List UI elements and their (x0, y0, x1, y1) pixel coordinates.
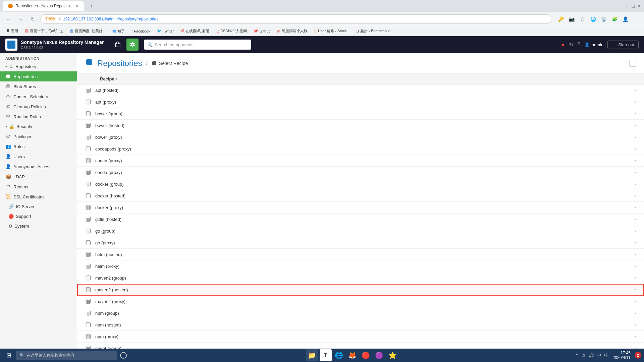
browser-tab[interactable]: Repositories - Nexus Reposito... ✕ (3, 1, 84, 11)
bookmark-bootstrap[interactable]: B 起步 - Bootstrap v... (354, 28, 395, 34)
bookmark-youdao[interactable]: 译 在线翻译_有道 (178, 28, 212, 34)
table-row[interactable]: gitlfs (hosted) › (77, 214, 644, 225)
admin-icon[interactable] (126, 39, 139, 51)
table-row[interactable]: maven2 (hosted) › (77, 284, 644, 296)
table-row[interactable]: apt (proxy) › (77, 96, 644, 108)
chrome-icon[interactable]: 🌐 (589, 15, 597, 23)
refresh-icon[interactable]: ↻ (569, 42, 573, 48)
sidebar-item-content-selectors[interactable]: ⊙ Content Selectors (0, 92, 77, 102)
table-row[interactable]: npm (group) › (77, 307, 644, 319)
sidebar-item-privileges[interactable]: 🛡 Privileges (0, 131, 77, 141)
bookmark-facebook[interactable]: f Facebook (129, 28, 153, 34)
search-box[interactable]: 🔍 Search components (144, 40, 251, 50)
taskbar-app-t[interactable]: T (320, 349, 332, 361)
minimize-button[interactable]: ─ (626, 3, 629, 9)
extension-icon[interactable]: 🧩 (610, 15, 619, 23)
taskbar-input-icon[interactable]: 中 (604, 352, 609, 358)
sidebar-item-users[interactable]: 👤 Users (0, 152, 77, 162)
table-row[interactable]: bower (proxy) › (77, 131, 644, 143)
profile-icon[interactable]: 👤 (621, 15, 629, 23)
bookmark-aliyun[interactable]: M 阿里邮箱个人版 (274, 28, 310, 34)
help-icon[interactable]: ? (577, 42, 580, 48)
sidebar-item-routing-rules[interactable]: Routing Rules (0, 112, 77, 122)
support-item[interactable]: › 🔴 Support (0, 212, 77, 221)
taskbar-app-chrome[interactable]: 🌐 (333, 349, 345, 361)
cortana-button[interactable] (118, 350, 129, 361)
taskbar-chevron-icon[interactable]: ^ (576, 353, 578, 358)
taskbar-app-star[interactable]: ⭐ (387, 349, 399, 361)
taskbar-app-purple[interactable]: 🟣 (373, 349, 385, 361)
table-row[interactable]: go (proxy) › (77, 237, 644, 249)
row-label: go (proxy) (95, 240, 635, 245)
taskbar-network-icon[interactable]: 🖥 (581, 353, 586, 358)
privileges-label: Privileges (13, 134, 32, 139)
table-row[interactable]: npm (proxy) › (77, 331, 644, 343)
taskbar-app-file-explorer[interactable]: 📁 (306, 349, 318, 361)
bookmark-stack[interactable]: S User 路修 - Stack... (312, 28, 353, 34)
sidebar-item-repositories[interactable]: Repositories (0, 71, 77, 81)
users-icon: 👤 (5, 154, 11, 159)
table-row[interactable]: docker (proxy) › (77, 202, 644, 214)
tab-close-button[interactable]: ✕ (76, 4, 78, 8)
cast-icon[interactable]: 📡 (600, 15, 608, 23)
column-recipe[interactable]: Recipe ↑ (100, 76, 623, 81)
address-bar[interactable]: 不安全 ⚠ 192.168.137.102:8081/#admin/reposi… (40, 14, 551, 24)
table-row[interactable]: docker (group) › (77, 178, 644, 190)
key-icon[interactable]: 🔑 (557, 15, 565, 23)
table-row[interactable]: bower (group) › (77, 108, 644, 120)
row-db-icon (85, 287, 91, 293)
forward-button[interactable]: → (16, 14, 25, 24)
taskbar-search[interactable]: 🔍 在这里输入你要搜索的内容 (16, 351, 117, 360)
sidebar-item-blob-stores[interactable]: Blob Stores (0, 81, 77, 92)
table-row[interactable]: maven2 (group) › (77, 272, 644, 284)
back-button[interactable]: ← (4, 14, 13, 24)
table-row[interactable]: maven2 (proxy) › (77, 296, 644, 307)
bookmark-apps[interactable]: ⠿ 应用 (4, 28, 21, 34)
signout-button[interactable]: → Sign out (607, 41, 639, 49)
table-row[interactable]: helm (proxy) › (77, 260, 644, 272)
sidebar-item-roles[interactable]: 👥 Roles (0, 141, 77, 152)
alert-icon[interactable]: ● (561, 41, 565, 48)
repository-group-toggle[interactable]: ▾ 🗂 Repository (0, 62, 77, 71)
sidebar-item-ldap[interactable]: 📦 LDAP (0, 172, 77, 182)
table-row[interactable]: bower (hosted) › (77, 120, 644, 131)
bookmark-csdn[interactable]: C CSDN-个人空间 (214, 28, 250, 34)
notification-badge[interactable]: 2 (635, 352, 641, 359)
system-item[interactable]: › ⚙ System (0, 221, 77, 231)
sidebar-item-cleanup-policies[interactable]: 🏷 Cleanup Policies (0, 102, 77, 112)
star-icon[interactable]: ☆ (578, 15, 586, 23)
refresh-button[interactable]: ↻ (28, 14, 38, 24)
tab-title: Repositories - Nexus Reposito... (15, 4, 73, 8)
taskbar-volume-icon[interactable]: 🔊 (588, 353, 594, 358)
bookmark-zhihu[interactable]: 知 知乎 (110, 28, 127, 34)
sidebar-item-realms[interactable]: 🛡 Realms (0, 182, 77, 192)
table-row[interactable]: apt (hosted) › (77, 84, 644, 96)
ldap-label: LDAP (13, 174, 25, 179)
new-tab-button[interactable]: + (87, 1, 96, 11)
table-row[interactable]: docker (hosted) › (77, 190, 644, 202)
bookmark-baidu[interactable]: 百 百度一下，你就知道 (22, 28, 66, 34)
menu-icon[interactable]: ⋮ (632, 15, 640, 23)
screenshot-icon[interactable]: 📷 (568, 15, 576, 23)
table-row[interactable]: go (group) › (77, 225, 644, 237)
browse-icon[interactable] (112, 39, 124, 51)
bookmark-baidupan[interactable]: 盘 百度网盘, 让美好... (67, 28, 108, 34)
close-button[interactable]: ✕ (637, 3, 641, 9)
iq-server-item[interactable]: › 🔗 IQ Server (0, 202, 77, 212)
taskbar-lang-icon[interactable]: 中 (597, 352, 601, 358)
table-row[interactable]: cocoapods (proxy) › (77, 143, 644, 155)
select-all-checkbox[interactable] (629, 60, 636, 67)
sidebar-item-ssl-certificates[interactable]: 📜 SSL Certificates (0, 192, 77, 202)
start-button[interactable]: ⊞ (3, 349, 15, 361)
table-row[interactable]: npm (hosted) › (77, 319, 644, 331)
bookmark-twitter[interactable]: 🐦 Twitter (154, 28, 176, 34)
bookmark-github[interactable]: 🐙 Github (251, 28, 273, 34)
sidebar-item-anonymous-access[interactable]: 👤 Anonymous Access (0, 162, 77, 172)
security-group-toggle[interactable]: ▾ 🔒 Security (0, 122, 77, 131)
table-row[interactable]: conda (proxy) › (77, 167, 644, 178)
taskbar-app-red[interactable]: 🔴 (360, 349, 372, 361)
maximize-button[interactable]: □ (632, 3, 635, 9)
taskbar-app-firefox[interactable]: 🦊 (346, 349, 359, 361)
table-row[interactable]: helm (hosted) › (77, 249, 644, 260)
table-row[interactable]: conan (proxy) › (77, 155, 644, 167)
